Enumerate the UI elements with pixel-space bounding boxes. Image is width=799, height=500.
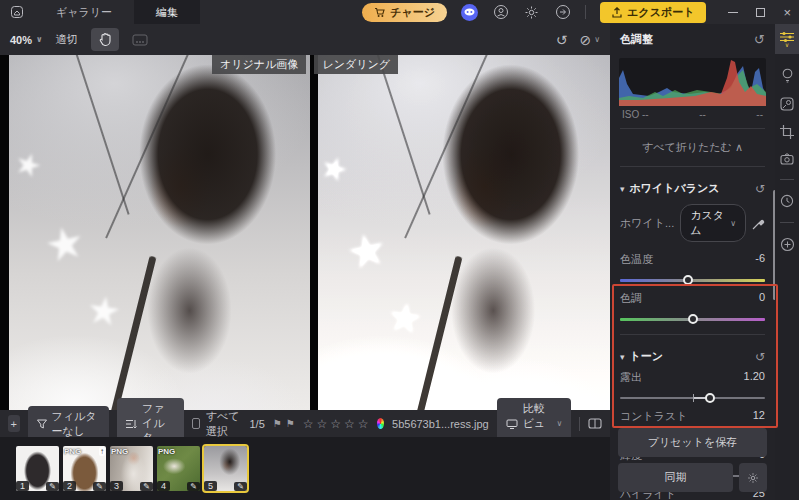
save-preset-button[interactable]: プリセットを保存 (618, 428, 767, 457)
undo-icon[interactable]: ↺ (556, 32, 568, 48)
white-balance-header[interactable]: ▾ ホワイトバランス ↺ (610, 175, 775, 198)
export-label: エクスポート (627, 5, 694, 20)
slider-value: 1.20 (744, 370, 765, 385)
png-badge: PNG (111, 447, 128, 456)
thumbnail-index: 2 (63, 481, 76, 491)
tint-slider[interactable] (620, 313, 765, 324)
original-photo: ★ ★ ★ (9, 55, 310, 410)
cart-icon (374, 7, 385, 18)
charge-button[interactable]: チャージ (362, 3, 447, 22)
flag-icon[interactable]: ⚑ (286, 418, 295, 429)
slider-tint: 色調 0 (610, 287, 775, 326)
panel-reset-icon[interactable]: ↺ (754, 32, 765, 47)
thumbnail-5-selected[interactable]: 5 ✎ (204, 446, 247, 491)
wb-preset-dropdown[interactable]: カスタム ∨ (680, 204, 746, 242)
slider-label: コントラスト (620, 409, 688, 424)
camera-icon[interactable] (780, 153, 794, 165)
tone-reset-icon[interactable]: ↺ (755, 350, 765, 364)
thumbnail-2[interactable]: PNG ↑ 2 ✎ (63, 446, 106, 491)
crop-icon[interactable] (780, 125, 794, 139)
tab-edit[interactable]: 編集 (134, 0, 200, 24)
wb-reset-icon[interactable]: ↺ (755, 182, 765, 196)
slider-temperature: 色温度 -6 (610, 248, 775, 287)
divider (780, 179, 794, 180)
filmstrip: 1 ✎ PNG ↑ 2 ✎ PNG 3 ✎ PNG 4 ✎ 5 ✎ (0, 437, 610, 500)
fit-to-screen-button[interactable]: 適切 (49, 28, 85, 51)
account-icon[interactable] (492, 4, 509, 21)
canvas-area[interactable]: ★ ★ ★ ★ ★ ★ オリジナル画像 レンダリング (0, 55, 610, 410)
export-button[interactable]: エクスポート (600, 2, 706, 23)
thumbnail-1[interactable]: 1 ✎ (16, 446, 59, 491)
share-arrow-icon[interactable] (554, 4, 571, 21)
pencil-icon[interactable]: ✎ (140, 482, 153, 491)
star-icon[interactable]: ☆ (344, 417, 355, 431)
export-upload-icon (612, 7, 622, 18)
star-icon[interactable]: ☆ (330, 417, 341, 431)
thumbnail-4[interactable]: PNG 4 ✎ (157, 446, 200, 491)
history-clock-icon[interactable] (780, 194, 794, 208)
triangle-down-icon: ▾ (620, 184, 625, 194)
maximize-icon[interactable] (756, 8, 765, 17)
discord-icon[interactable] (461, 4, 478, 21)
tab-gallery[interactable]: ギャラリー (34, 0, 134, 24)
light-bulb-icon[interactable] (781, 68, 794, 83)
divider (780, 222, 794, 223)
slider-handle[interactable] (705, 393, 715, 403)
slider-handle[interactable] (688, 314, 698, 324)
hand-icon (98, 32, 112, 47)
pencil-icon[interactable]: ✎ (93, 482, 106, 491)
split-view-icon[interactable] (588, 418, 602, 429)
pencil-icon[interactable]: ✎ (234, 482, 247, 491)
png-badge: PNG (158, 447, 175, 456)
rendered-photo: ★ ★ ★ (318, 55, 610, 410)
divider (579, 417, 580, 431)
add-photo-button[interactable]: + (8, 415, 20, 432)
sync-button[interactable]: 同期 (618, 463, 733, 492)
chevron-down-icon: ∨ (36, 35, 43, 44)
star-icon[interactable]: ☆ (303, 417, 314, 431)
adjust-sliders-tab[interactable]: ∨ (775, 24, 799, 54)
add-plus-circle-icon[interactable] (780, 237, 795, 252)
eyedropper-icon[interactable] (752, 217, 765, 230)
navigator-icon (132, 34, 148, 46)
chevron-down-icon: ∨ (730, 219, 736, 228)
pencil-icon[interactable]: ✎ (46, 482, 59, 491)
pencil-icon[interactable]: ✎ (187, 482, 200, 491)
rendering-label: レンダリング (314, 55, 398, 74)
hand-tool-button[interactable] (91, 28, 119, 51)
temperature-slider[interactable] (620, 274, 765, 285)
sync-settings-gear-icon[interactable] (739, 463, 767, 492)
thumbnail-3[interactable]: PNG 3 ✎ (110, 446, 153, 491)
preview-original-toggle[interactable]: ⊘ ∨ (579, 32, 600, 48)
photo-effect-icon[interactable] (780, 97, 794, 111)
filter-label: フィルターなし (52, 409, 101, 439)
funnel-icon (37, 419, 47, 429)
circle-slash-icon: ⊘ (579, 32, 591, 48)
close-icon[interactable]: × (783, 5, 791, 20)
select-all-checkbox[interactable]: すべて選択 (192, 409, 241, 439)
divider (620, 334, 765, 335)
home-button[interactable] (0, 0, 34, 24)
flag-icon[interactable]: ⚑ (273, 418, 282, 429)
star-icon[interactable]: ☆ (358, 417, 369, 431)
charge-label: チャージ (390, 5, 435, 20)
navigator-tool-button[interactable] (125, 30, 155, 50)
collapse-all-button[interactable]: すべて折りたたむ ∧ (610, 137, 775, 158)
tone-header[interactable]: ▾ トーン ↺ (610, 343, 775, 366)
zoom-level-dropdown[interactable]: 40% ∨ (10, 34, 43, 46)
star-rating[interactable]: ☆ ☆ ☆ ☆ ☆ (303, 417, 369, 431)
monitor-icon (506, 419, 518, 429)
minimize-icon[interactable] (728, 12, 738, 13)
umbrella-star-shape: ★ (385, 294, 425, 342)
color-adjust-panel: 色調整 ↺ ISO -- -- -- すべて折りたたむ ∧ ▾ ホワイトバランス… (610, 24, 775, 500)
settings-gear-icon[interactable] (523, 4, 540, 21)
upload-icon[interactable]: ↑ (99, 447, 105, 456)
slider-value: 0 (759, 291, 765, 306)
exif-row: ISO -- -- -- (610, 106, 775, 120)
slider-handle[interactable] (683, 275, 693, 285)
star-icon[interactable]: ☆ (317, 417, 328, 431)
color-label-wheel-icon[interactable] (377, 418, 384, 429)
titlebar-separator (585, 5, 586, 19)
checkbox-icon (192, 418, 200, 429)
exposure-slider[interactable] (620, 392, 765, 403)
